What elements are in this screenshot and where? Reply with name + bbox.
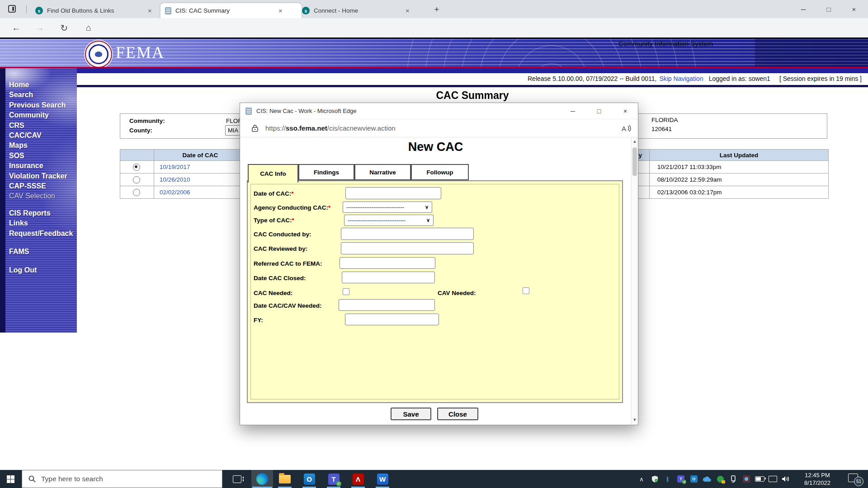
referred-cac-to-fema-label: Referred CAC to FEMA: xyxy=(254,260,322,267)
tab-findings[interactable]: Findings xyxy=(298,164,354,180)
close-tab-icon[interactable]: × xyxy=(406,7,410,14)
sidebar-item-cap-ssse[interactable]: CAP-SSSE xyxy=(9,181,73,191)
scroll-up-icon[interactable]: ▲ xyxy=(632,139,637,144)
sidebar-item-cis-reports[interactable]: CIS Reports xyxy=(9,208,73,218)
close-tab-icon[interactable]: × xyxy=(278,7,283,14)
back-icon[interactable]: ← xyxy=(7,18,25,38)
table-row-radio[interactable] xyxy=(120,186,154,199)
cac-date-link[interactable]: 10/26/2010 xyxy=(154,176,190,183)
usb-device-icon[interactable] xyxy=(728,474,738,484)
window-close-button[interactable]: × xyxy=(843,0,865,18)
popup-maximize-button[interactable]: □ xyxy=(589,103,609,119)
onedrive-icon[interactable] xyxy=(702,474,712,484)
network-display-icon[interactable] xyxy=(768,474,778,484)
new-cac-popup-window: CIS: New Cac - Work - Microsoft Edge ─ □… xyxy=(240,103,638,425)
type-of-cac-select[interactable]: --------------------------------∨ xyxy=(344,215,434,226)
new-tab-button[interactable]: + xyxy=(429,4,444,15)
tab-search-icon[interactable] xyxy=(8,5,16,13)
sidebar-item-crs[interactable]: CRS xyxy=(9,121,73,131)
cac-needed-checkbox[interactable] xyxy=(343,288,349,295)
radio-icon[interactable] xyxy=(133,189,140,196)
table-row-last-updated: 08/10/2022 12:59:29am xyxy=(650,174,829,186)
taskbar-teams-icon[interactable]: T✓ xyxy=(323,470,344,488)
release-status-bar: Release 5.10.00.00, 07/19/2022 -- Build … xyxy=(77,73,868,84)
task-view-icon[interactable] xyxy=(226,470,248,488)
tray-expand-icon[interactable]: ∧ xyxy=(637,474,646,484)
sidebar-item-search[interactable]: Search xyxy=(9,90,73,100)
skip-navigation-link[interactable]: Skip Navigation xyxy=(659,75,703,82)
table-row-radio[interactable] xyxy=(120,174,154,186)
taskbar-clock[interactable]: 12:45 PM 8/17/2022 xyxy=(794,471,841,487)
radio-icon[interactable] xyxy=(133,176,140,183)
taskbar-word-icon[interactable]: W xyxy=(372,470,393,488)
taskbar-outlook-icon[interactable]: O xyxy=(298,470,320,488)
notification-center-icon[interactable]: 51 xyxy=(848,474,860,483)
start-button[interactable] xyxy=(0,470,22,488)
scroll-down-icon[interactable]: ▼ xyxy=(632,418,637,422)
security-shield-icon[interactable] xyxy=(650,474,660,484)
popup-url-text: https://sso.fema.net/cis/cacnewview.acti… xyxy=(265,124,396,132)
popup-url-bar[interactable]: https://sso.fema.net/cis/cacnewview.acti… xyxy=(240,119,638,137)
popup-minimize-button[interactable]: ─ xyxy=(562,103,583,119)
cac-date-link[interactable]: 02/02/2006 xyxy=(154,189,190,196)
sidebar-item-violation-tracker[interactable]: Violation Tracker xyxy=(9,171,73,181)
popup-close-button[interactable]: × xyxy=(615,103,636,119)
tab-narrative[interactable]: Narrative xyxy=(354,164,411,180)
sidebar-item-links[interactable]: Links xyxy=(9,218,73,228)
sidebar-item-maps[interactable]: Maps xyxy=(9,141,73,150)
tray-teams-icon[interactable]: T✓ xyxy=(676,474,686,484)
sidebar-item-home[interactable]: Home xyxy=(9,80,73,90)
tab-followup[interactable]: Followup xyxy=(411,164,469,180)
taskbar-search-box[interactable]: Type here to search xyxy=(22,470,222,488)
referred-cac-to-fema-input[interactable] xyxy=(340,257,435,269)
save-button[interactable]: Save xyxy=(391,408,431,420)
cac-date-link[interactable]: 10/19/2017 xyxy=(154,164,190,170)
sidebar-item-sos[interactable]: SOS xyxy=(9,151,73,161)
battery-icon[interactable] xyxy=(755,474,764,484)
sidebar-item-community[interactable]: Community xyxy=(9,110,73,120)
county-label: County: xyxy=(129,127,152,134)
agency-conducting-cac-select[interactable]: --------------------------------∨ xyxy=(343,202,432,213)
sidebar-item-cac-cav[interactable]: CAC/CAV xyxy=(9,131,73,141)
taskbar-file-explorer-icon[interactable] xyxy=(274,470,296,488)
date-cac-closed-input[interactable] xyxy=(342,272,435,283)
cac-conducted-by-input[interactable] xyxy=(341,228,474,240)
app-title: Community Information System xyxy=(618,40,713,47)
cav-needed-checkbox[interactable] xyxy=(523,287,529,294)
selector-column-header xyxy=(120,150,154,161)
refresh-icon[interactable]: ↻ xyxy=(55,18,73,38)
sidebar-item-fams[interactable]: FAMS xyxy=(9,247,73,257)
tab-cis-cac-summary[interactable]: CIS: CAC Summary × xyxy=(160,3,302,18)
popup-scrollbar[interactable]: ▲ ▼ xyxy=(631,137,638,425)
cac-reviewed-by-input[interactable] xyxy=(341,242,474,254)
date-cac-cav-needed-input[interactable] xyxy=(339,299,435,311)
app-globe-icon[interactable] xyxy=(741,474,751,484)
bluetooth-icon[interactable]: ᛒ xyxy=(663,474,673,484)
vpn-globe-lock-icon[interactable] xyxy=(715,474,725,484)
fy-input[interactable] xyxy=(345,314,439,325)
tab-connect-home[interactable]: s Connect - Home × xyxy=(297,3,424,18)
window-maximize-button[interactable]: □ xyxy=(817,0,840,18)
radio-selected-icon[interactable] xyxy=(133,164,140,171)
forward-icon[interactable]: → xyxy=(31,18,49,38)
read-aloud-icon[interactable]: A xyxy=(622,124,632,132)
table-row-radio[interactable] xyxy=(120,161,154,174)
volume-icon[interactable] xyxy=(781,474,791,484)
close-button[interactable]: Close xyxy=(437,408,478,420)
sidebar-item-previous-search[interactable]: Previous Search xyxy=(9,100,73,110)
sidebar-item-cav-selection[interactable]: CAV Selection xyxy=(9,191,73,201)
tab-cac-info[interactable]: CAC Info xyxy=(248,164,298,183)
window-minimize-button[interactable]: ─ xyxy=(792,0,815,18)
sidebar-item-insurance[interactable]: Insurance xyxy=(9,161,73,171)
taskbar-edge-icon[interactable] xyxy=(251,470,273,488)
close-tab-icon[interactable]: × xyxy=(148,7,152,14)
taskbar-acrobat-icon[interactable]: Λ xyxy=(347,470,369,488)
scroll-thumb[interactable] xyxy=(632,147,637,176)
tab-find-old-buttons[interactable]: s Find Old Buttons & Links × xyxy=(31,3,166,18)
sidebar-item-log-out[interactable]: Log Out xyxy=(9,265,73,275)
sidebar-item-request-feedback[interactable]: Request/Feedback xyxy=(9,229,73,239)
tray-outlook-icon[interactable]: O xyxy=(689,474,699,484)
type-of-cac-label: Type of CAC:* xyxy=(254,217,294,224)
date-of-cac-input[interactable] xyxy=(345,187,441,199)
home-icon[interactable]: ⌂ xyxy=(80,18,98,38)
